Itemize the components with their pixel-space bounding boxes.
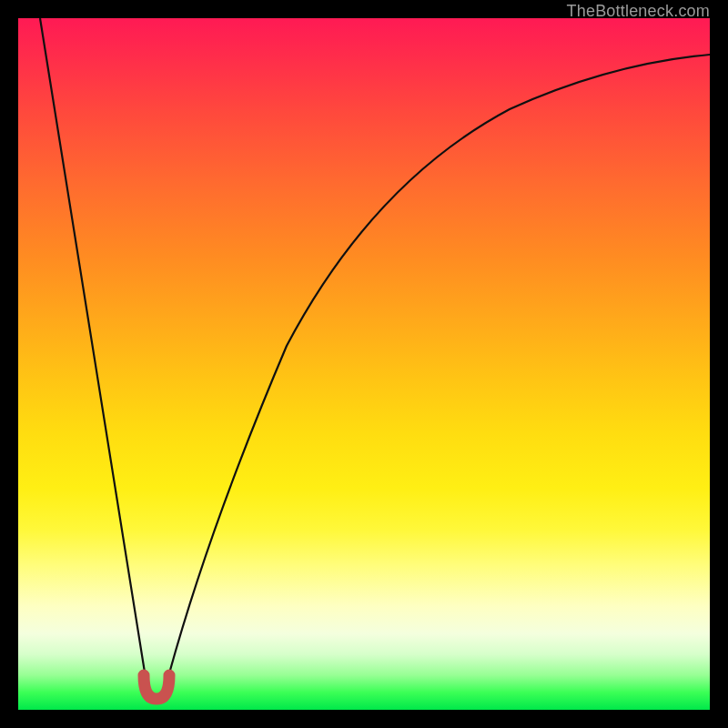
chart-svg: [18, 18, 710, 710]
curve-right-branch: [157, 55, 710, 696]
chart-frame: TheBottleneck.com: [18, 18, 710, 710]
curve-left-branch: [40, 18, 157, 696]
minimum-marker-icon: [144, 675, 169, 699]
